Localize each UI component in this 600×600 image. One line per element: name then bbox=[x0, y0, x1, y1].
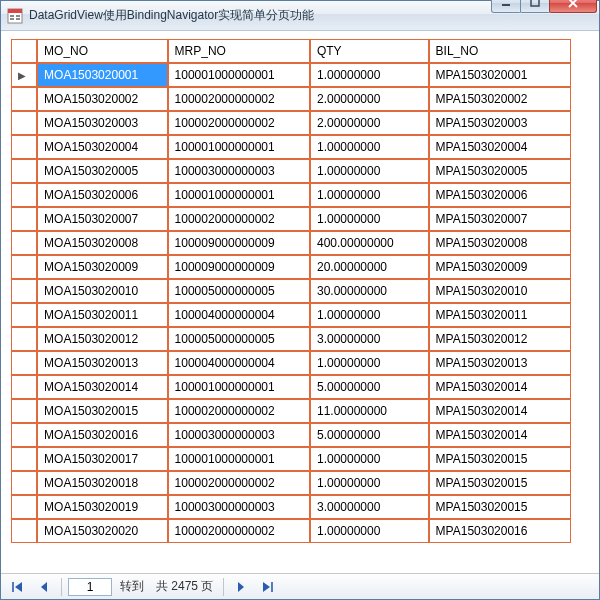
cell[interactable]: 1.00000000 bbox=[310, 207, 429, 231]
table-row[interactable]: MOA15030200041000010000000011.00000000MP… bbox=[11, 135, 571, 159]
cell[interactable]: 1.00000000 bbox=[310, 351, 429, 375]
cell[interactable]: 1.00000000 bbox=[310, 159, 429, 183]
cell[interactable]: 100002000000002 bbox=[168, 471, 310, 495]
cell[interactable]: 1.00000000 bbox=[310, 63, 429, 87]
row-header[interactable] bbox=[11, 519, 37, 543]
row-header[interactable] bbox=[11, 255, 37, 279]
cell[interactable]: MPA1503020015 bbox=[429, 447, 571, 471]
cell[interactable]: 100004000000004 bbox=[168, 351, 310, 375]
cell[interactable]: 3.00000000 bbox=[310, 495, 429, 519]
cell[interactable]: 100001000000001 bbox=[168, 63, 310, 87]
cell[interactable]: 100001000000001 bbox=[168, 183, 310, 207]
row-header-corner[interactable] bbox=[11, 39, 37, 63]
row-header[interactable] bbox=[11, 303, 37, 327]
cell[interactable]: 400.00000000 bbox=[310, 231, 429, 255]
table-row[interactable]: MOA15030200061000010000000011.00000000MP… bbox=[11, 183, 571, 207]
cell[interactable]: 100002000000002 bbox=[168, 399, 310, 423]
cell[interactable]: MOA1503020020 bbox=[37, 519, 168, 543]
cell[interactable]: 100001000000001 bbox=[168, 135, 310, 159]
cell[interactable]: 11.00000000 bbox=[310, 399, 429, 423]
table-row[interactable]: MOA15030200171000010000000011.00000000MP… bbox=[11, 447, 571, 471]
cell[interactable]: 100002000000002 bbox=[168, 111, 310, 135]
cell[interactable]: 100009000000009 bbox=[168, 231, 310, 255]
cell[interactable]: 1.00000000 bbox=[310, 135, 429, 159]
cell[interactable]: 3.00000000 bbox=[310, 327, 429, 351]
row-header[interactable] bbox=[11, 399, 37, 423]
cell[interactable]: MPA1503020001 bbox=[429, 63, 571, 87]
cell[interactable]: MPA1503020014 bbox=[429, 423, 571, 447]
cell[interactable]: MPA1503020014 bbox=[429, 399, 571, 423]
row-header[interactable] bbox=[11, 495, 37, 519]
cell[interactable]: 20.00000000 bbox=[310, 255, 429, 279]
table-row[interactable]: ▶MOA15030200011000010000000011.00000000M… bbox=[11, 63, 571, 87]
cell[interactable]: MPA1503020012 bbox=[429, 327, 571, 351]
cell[interactable]: MPA1503020007 bbox=[429, 207, 571, 231]
table-row[interactable]: MOA15030200161000030000000035.00000000MP… bbox=[11, 423, 571, 447]
cell[interactable]: 100005000000005 bbox=[168, 279, 310, 303]
nav-prev-button[interactable] bbox=[33, 577, 55, 597]
row-header[interactable] bbox=[11, 207, 37, 231]
cell[interactable]: MOA1503020001 bbox=[37, 63, 168, 87]
cell[interactable]: 100009000000009 bbox=[168, 255, 310, 279]
table-row[interactable]: MOA15030200191000030000000033.00000000MP… bbox=[11, 495, 571, 519]
cell[interactable]: MOA1503020016 bbox=[37, 423, 168, 447]
cell[interactable]: 5.00000000 bbox=[310, 375, 429, 399]
cell[interactable]: 5.00000000 bbox=[310, 423, 429, 447]
cell[interactable]: 1.00000000 bbox=[310, 519, 429, 543]
table-row[interactable]: MOA15030200031000020000000022.00000000MP… bbox=[11, 111, 571, 135]
table-row[interactable]: MOA15030200141000010000000015.00000000MP… bbox=[11, 375, 571, 399]
minimize-button[interactable] bbox=[491, 0, 521, 13]
table-row[interactable]: MOA15030200071000020000000021.00000000MP… bbox=[11, 207, 571, 231]
cell[interactable]: MOA1503020002 bbox=[37, 87, 168, 111]
col-header-mo-no[interactable]: MO_NO bbox=[37, 39, 168, 63]
table-row[interactable]: MOA15030200201000020000000021.00000000MP… bbox=[11, 519, 571, 543]
row-header[interactable] bbox=[11, 111, 37, 135]
table-row[interactable]: MOA15030200131000040000000041.00000000MP… bbox=[11, 351, 571, 375]
nav-first-button[interactable] bbox=[7, 577, 29, 597]
cell[interactable]: MOA1503020009 bbox=[37, 255, 168, 279]
row-header[interactable] bbox=[11, 375, 37, 399]
cell[interactable]: MPA1503020002 bbox=[429, 87, 571, 111]
cell[interactable]: MPA1503020010 bbox=[429, 279, 571, 303]
cell[interactable]: MOA1503020018 bbox=[37, 471, 168, 495]
cell[interactable]: 100003000000003 bbox=[168, 423, 310, 447]
cell[interactable]: MOA1503020013 bbox=[37, 351, 168, 375]
cell[interactable]: 100003000000003 bbox=[168, 159, 310, 183]
cell[interactable]: 100005000000005 bbox=[168, 327, 310, 351]
col-header-qty[interactable]: QTY bbox=[310, 39, 429, 63]
row-header[interactable] bbox=[11, 159, 37, 183]
cell[interactable]: MPA1503020004 bbox=[429, 135, 571, 159]
cell[interactable]: MOA1503020010 bbox=[37, 279, 168, 303]
cell[interactable]: 100002000000002 bbox=[168, 207, 310, 231]
cell[interactable]: 2.00000000 bbox=[310, 111, 429, 135]
cell[interactable]: 2.00000000 bbox=[310, 87, 429, 111]
close-button[interactable] bbox=[549, 0, 597, 13]
cell[interactable]: MPA1503020015 bbox=[429, 471, 571, 495]
row-header[interactable] bbox=[11, 135, 37, 159]
cell[interactable]: 1.00000000 bbox=[310, 183, 429, 207]
cell[interactable]: MOA1503020014 bbox=[37, 375, 168, 399]
cell[interactable]: MPA1503020006 bbox=[429, 183, 571, 207]
cell[interactable]: MOA1503020017 bbox=[37, 447, 168, 471]
row-header[interactable] bbox=[11, 351, 37, 375]
cell[interactable]: MPA1503020014 bbox=[429, 375, 571, 399]
cell[interactable]: MOA1503020012 bbox=[37, 327, 168, 351]
row-header[interactable] bbox=[11, 231, 37, 255]
row-header[interactable] bbox=[11, 327, 37, 351]
cell[interactable]: MPA1503020016 bbox=[429, 519, 571, 543]
cell[interactable]: 100002000000002 bbox=[168, 87, 310, 111]
cell[interactable]: MOA1503020007 bbox=[37, 207, 168, 231]
table-row[interactable]: MOA15030200111000040000000041.00000000MP… bbox=[11, 303, 571, 327]
nav-last-button[interactable] bbox=[256, 577, 278, 597]
cell[interactable]: MOA1503020005 bbox=[37, 159, 168, 183]
cell[interactable]: MOA1503020015 bbox=[37, 399, 168, 423]
cell[interactable]: 30.00000000 bbox=[310, 279, 429, 303]
row-header[interactable] bbox=[11, 87, 37, 111]
cell[interactable]: MPA1503020011 bbox=[429, 303, 571, 327]
cell[interactable]: MPA1503020009 bbox=[429, 255, 571, 279]
cell[interactable]: MOA1503020019 bbox=[37, 495, 168, 519]
cell[interactable]: 1.00000000 bbox=[310, 471, 429, 495]
nav-next-button[interactable] bbox=[230, 577, 252, 597]
col-header-bil-no[interactable]: BIL_NO bbox=[429, 39, 571, 63]
cell[interactable]: MOA1503020011 bbox=[37, 303, 168, 327]
